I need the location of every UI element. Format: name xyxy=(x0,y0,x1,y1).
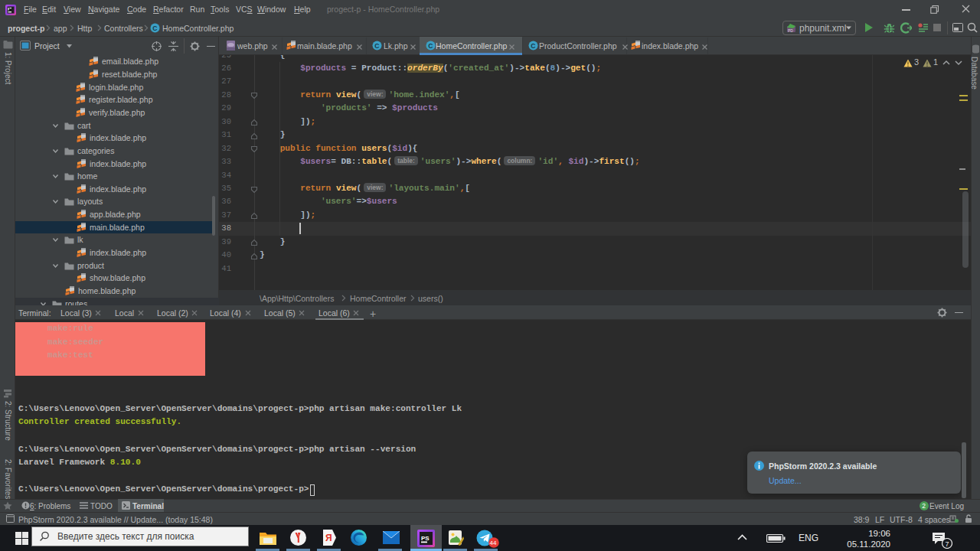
svg-text:7: 7 xyxy=(946,540,949,548)
svg-text:C: C xyxy=(152,24,157,32)
svg-text:C: C xyxy=(374,42,379,50)
svg-text:C: C xyxy=(428,42,433,50)
svg-text:44: 44 xyxy=(490,540,497,546)
svg-text:2: 2 xyxy=(922,502,926,510)
svg-text:PD: PD xyxy=(788,28,793,33)
svg-text:Я: Я xyxy=(325,533,332,543)
svg-text:C: C xyxy=(531,42,535,50)
svg-text:PS: PS xyxy=(421,535,430,542)
